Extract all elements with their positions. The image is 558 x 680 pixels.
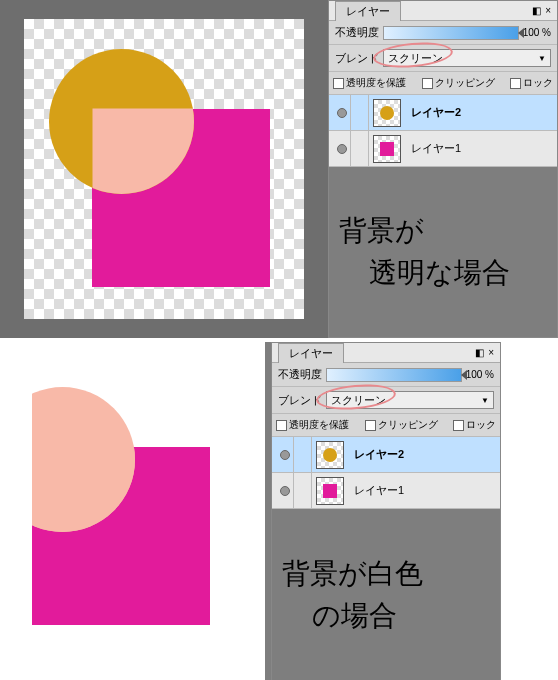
close-icon[interactable]: × xyxy=(545,5,551,16)
clipping-checkbox[interactable]: クリッピング xyxy=(365,418,438,432)
layer-name[interactable]: レイヤー1 xyxy=(348,483,404,498)
layer-thumbnail xyxy=(373,99,401,127)
blend-dropdown[interactable]: スクリーン ▼ xyxy=(326,391,494,409)
blend-value: スクリーン xyxy=(388,51,443,66)
panel-title: レイヤー xyxy=(335,1,401,21)
layers-panel: レイヤー ◧ × 不透明度 100 % ブレンド スクリーン ▼ 透明度を保護 xyxy=(271,342,501,680)
layer-row[interactable]: レイヤー2 xyxy=(329,95,557,131)
opacity-label: 不透明度 xyxy=(278,367,322,382)
protect-opacity-checkbox[interactable]: 透明度を保護 xyxy=(276,418,349,432)
canvas-area-top xyxy=(0,0,328,338)
layer-thumbnail xyxy=(316,477,344,505)
canvas-bottom[interactable] xyxy=(10,367,255,657)
close-icon[interactable]: × xyxy=(488,347,494,358)
clipping-checkbox[interactable]: クリッピング xyxy=(422,76,495,90)
blend-value: スクリーン xyxy=(331,393,386,408)
opacity-label: 不透明度 xyxy=(335,25,379,40)
visibility-icon[interactable] xyxy=(280,450,290,460)
opacity-value: 100 % xyxy=(466,369,494,380)
opacity-value: 100 % xyxy=(523,27,551,38)
layer-thumbnail xyxy=(373,135,401,163)
layer-thumbnail xyxy=(316,441,344,469)
visibility-icon[interactable] xyxy=(280,486,290,496)
checkbox-icon xyxy=(453,420,464,431)
checkbox-icon xyxy=(510,78,521,89)
canvas-area-bottom xyxy=(0,342,265,680)
layer-name[interactable]: レイヤー2 xyxy=(405,105,461,120)
blend-label: ブレンド xyxy=(278,393,322,408)
panel-header[interactable]: レイヤー ◧ × xyxy=(272,343,500,363)
dock-icon[interactable]: ◧ xyxy=(532,5,541,16)
dock-icon[interactable]: ◧ xyxy=(475,347,484,358)
layer-name[interactable]: レイヤー2 xyxy=(348,447,404,462)
chevron-down-icon: ▼ xyxy=(481,396,489,405)
handwritten-note: 背景が白色 の場合 xyxy=(272,509,500,680)
checkbox-icon xyxy=(333,78,344,89)
layer-list: レイヤー2 レイヤー1 xyxy=(272,437,500,509)
opacity-slider[interactable] xyxy=(326,368,462,382)
canvas-top[interactable] xyxy=(24,19,304,319)
checkbox-icon xyxy=(276,420,287,431)
visibility-icon[interactable] xyxy=(337,144,347,154)
panel-header[interactable]: レイヤー ◧ × xyxy=(329,1,557,21)
layer-row[interactable]: レイヤー1 xyxy=(272,473,500,509)
opacity-slider[interactable] xyxy=(383,26,519,40)
chevron-down-icon: ▼ xyxy=(538,54,546,63)
handwritten-note: 背景が 透明な場合 xyxy=(329,167,557,337)
layer-name[interactable]: レイヤー1 xyxy=(405,141,461,156)
panel-title: レイヤー xyxy=(278,343,344,363)
layer-row[interactable]: レイヤー2 xyxy=(272,437,500,473)
visibility-icon[interactable] xyxy=(337,108,347,118)
blend-label: ブレンド xyxy=(335,51,379,66)
layer-row[interactable]: レイヤー1 xyxy=(329,131,557,167)
protect-opacity-checkbox[interactable]: 透明度を保護 xyxy=(333,76,406,90)
layer-list: レイヤー2 レイヤー1 xyxy=(329,95,557,167)
checkbox-icon xyxy=(422,78,433,89)
lock-checkbox[interactable]: ロック xyxy=(453,418,496,432)
lock-checkbox[interactable]: ロック xyxy=(510,76,553,90)
layers-panel: レイヤー ◧ × 不透明度 100 % ブレンド スクリーン ▼ 透明度を保護 xyxy=(328,0,558,338)
blend-dropdown[interactable]: スクリーン ▼ xyxy=(383,49,551,67)
checkbox-icon xyxy=(365,420,376,431)
